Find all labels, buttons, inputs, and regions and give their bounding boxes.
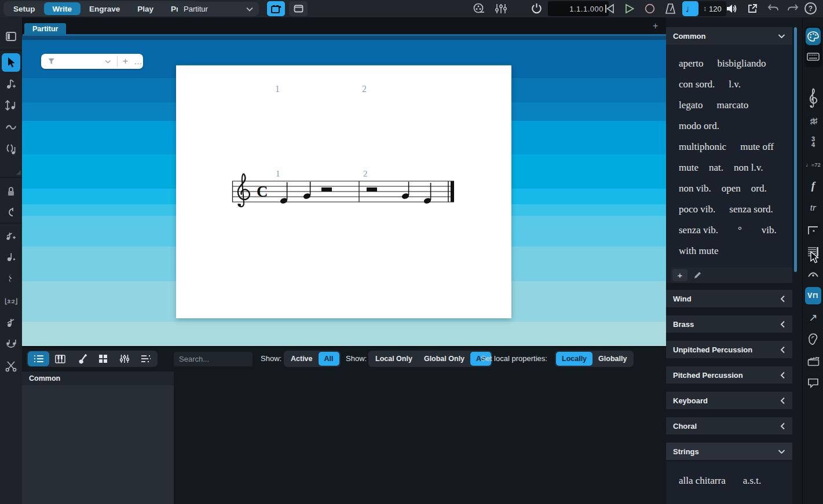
locally-button[interactable]: Locally [556,352,592,366]
edit-pencil-button[interactable] [693,271,702,279]
local-only-button[interactable]: Local Only [370,352,418,366]
metronome-click-button[interactable] [664,3,676,14]
voices-tool-button[interactable] [4,142,18,156]
video-panel-button[interactable] [806,354,820,368]
section-header-choral[interactable]: Choral [666,417,792,435]
onscreen-keyboard-button[interactable] [806,50,820,64]
acciaccatura-button[interactable] [4,316,18,330]
properties-list-area[interactable] [22,385,174,504]
repeat-structures-panel-button[interactable] [806,223,820,237]
playback-ear-panel-button[interactable] [806,332,820,346]
technique-item[interactable]: aperto [679,58,703,69]
undo-button[interactable] [767,4,779,13]
fretboard-panel-button[interactable] [71,351,92,366]
section-header-pitched-percussion[interactable]: Pitched Percussion [666,366,792,384]
technique-item[interactable]: a.s.t. [743,475,762,487]
share-button[interactable] [747,3,758,14]
technique-item[interactable]: with mute [679,245,718,257]
add-technique-button[interactable]: + [672,269,687,281]
insert-lock-button[interactable] [4,185,18,198]
technique-item[interactable]: open [722,183,741,194]
redo-button[interactable] [787,4,799,13]
technique-item[interactable]: senza vib. [679,225,718,236]
chevron-down-icon[interactable] [105,59,111,64]
help-button[interactable]: ? [804,2,817,14]
play-button[interactable] [624,3,635,14]
section-header-keyboard[interactable]: Keyboard [666,392,792,409]
technique-item[interactable]: modo ord. [679,120,719,132]
section-header-common[interactable]: Common [666,27,792,45]
dynamics-panel-button[interactable]: f [806,179,820,193]
filter-add-button[interactable]: + [123,56,128,67]
filter-more-button[interactable]: … [134,60,143,63]
tab-partitur[interactable]: Partitur [24,23,66,34]
show-active-button[interactable]: Active [285,352,319,366]
lines-panel-button[interactable]: ↗ [806,311,820,325]
note-input-button[interactable] [4,77,18,91]
panel-scrollbar[interactable] [794,27,797,272]
add-tab-button[interactable]: + [653,21,658,31]
panels-palette-button[interactable] [806,28,821,45]
mode-tab-setup[interactable]: Setup [5,2,44,15]
show-all-button[interactable]: All [319,352,339,366]
tuplet-button[interactable]: ⎣3:2⎦ [4,295,18,308]
mode-tab-engrave[interactable]: Engrave [81,2,129,15]
mixer-panel-button[interactable] [92,351,114,366]
technique-item[interactable]: vib. [762,225,777,236]
technique-item[interactable]: marcato [717,100,749,111]
technique-item[interactable]: senza sord. [729,204,773,215]
faders-panel-button[interactable] [114,351,135,366]
section-header-wind[interactable]: Wind [666,290,792,307]
technique-item[interactable]: ord. [751,183,767,194]
toggle-left-panel-button[interactable] [4,30,18,43]
transpose-tool-button[interactable] [4,98,18,112]
section-header-strings[interactable]: Strings [666,443,792,460]
mode-tab-write[interactable]: Write [44,2,81,15]
ornament-tool-button[interactable] [4,120,18,134]
technique-item[interactable]: ° [738,225,742,236]
technique-item[interactable]: legato [679,100,703,111]
technique-item[interactable]: multiphonic [679,141,726,153]
technique-item[interactable]: mute off [740,141,774,153]
key-signatures-panel-button[interactable]: ♯♯ [806,113,820,127]
insert-scissors-clamp-button[interactable] [4,206,18,220]
technique-item[interactable]: non vib. [679,183,711,194]
technique-item[interactable]: bisbigliando [717,58,766,69]
mixer-button[interactable] [495,3,507,14]
record-button[interactable] [645,3,655,14]
select-tool-button[interactable] [2,53,20,72]
clefs-panel-button[interactable] [806,88,820,109]
technique-item[interactable]: alla chitarra [679,475,726,487]
rest-button[interactable] [4,272,18,286]
ornaments-panel-button[interactable]: tr [806,201,820,215]
technique-item[interactable]: l.v. [729,79,741,90]
video-button[interactable] [473,3,485,14]
mode-tab-play[interactable]: Play [129,2,162,15]
layout-dropdown[interactable]: Partitur [178,2,259,16]
technique-item[interactable]: con sord. [679,79,715,90]
time-signatures-panel-button[interactable]: 3 4 [806,135,820,149]
technique-item[interactable]: poco vib. [679,204,715,215]
score-page[interactable]: 1 2 1 2 C [176,64,511,318]
activate-project-button[interactable] [531,2,543,14]
grace-note-button[interactable] [4,229,18,243]
technique-item[interactable]: mute [679,162,698,174]
score-canvas[interactable]: + … 1 2 1 2 [22,36,666,346]
keyboard-panel-button[interactable] [49,351,71,366]
new-tab-window-button[interactable] [267,1,285,16]
properties-group-header[interactable]: Common [22,371,174,385]
properties-list-view-button[interactable] [28,351,49,366]
section-header-unpitched-percussion[interactable]: Unpitched Percussion [666,341,792,358]
globally-button[interactable]: Globally [592,352,632,366]
tie-button[interactable] [4,337,18,351]
key-editor-panel-button[interactable] [135,351,156,366]
volume-button[interactable] [726,3,738,14]
search-input[interactable] [174,352,253,366]
rewind-button[interactable] [603,3,615,14]
technique-item[interactable]: nat. [709,162,723,174]
technique-item[interactable]: non l.v. [734,162,763,174]
playing-techniques-panel-button[interactable]: V⊓ [805,287,821,304]
scissors-button[interactable] [4,359,18,373]
comments-panel-button[interactable] [806,376,820,390]
tempo-panel-button[interactable]: ♩=72 [806,157,820,171]
